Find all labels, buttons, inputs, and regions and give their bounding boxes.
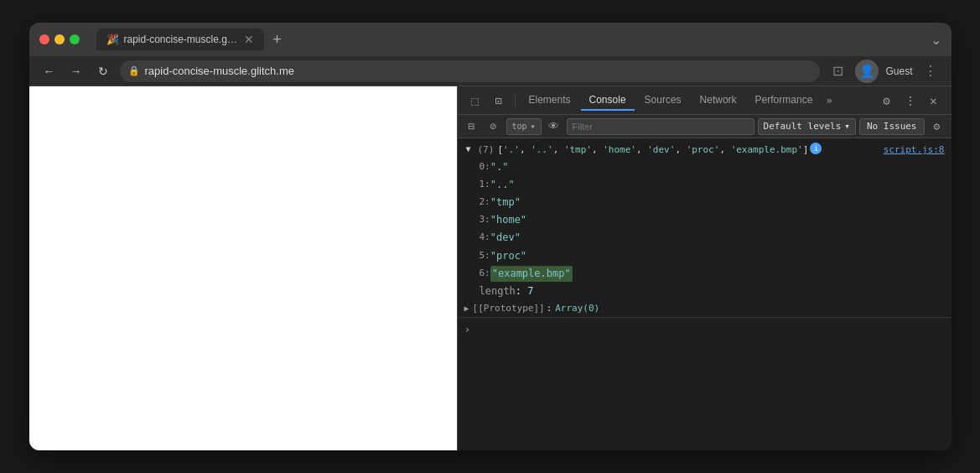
devtools-settings-icon[interactable]: ⚙ [876, 90, 898, 112]
no-issues-button[interactable]: No Issues [859, 118, 925, 135]
item-value-4: "dev" [490, 230, 521, 246]
devtools-toolbar-right: ⚙ ⋮ ✕ [876, 90, 945, 112]
console-clear-icon[interactable]: ⊘ [485, 117, 503, 136]
tab-close-icon[interactable]: ✕ [244, 34, 254, 45]
devtools-device-icon[interactable]: ⊡ [488, 90, 510, 112]
profile-label: Guest [885, 65, 912, 77]
array-item-1: 1: ".." [458, 176, 951, 194]
item-index-5: 5: [466, 248, 490, 263]
toolbar-separator [515, 93, 516, 108]
tab-favicon-icon: 🎉 [106, 34, 119, 45]
close-traffic-light[interactable] [39, 34, 49, 44]
main-area: ⬚ ⊡ Elements Console Sources Network Per… [29, 86, 951, 450]
tab-label: rapid-concise-muscle.glitch.m... [124, 34, 239, 45]
tab-elements[interactable]: Elements [521, 91, 579, 111]
info-badge: i [810, 143, 822, 154]
address-input[interactable]: 🔒 rapid-concise-muscle.glitch.me [120, 60, 821, 82]
devtools-more-icon[interactable]: ⋮ [900, 90, 921, 112]
devtools-inspect-icon[interactable]: ⬚ [464, 90, 486, 112]
devtools-panel: ⬚ ⊡ Elements Console Sources Network Per… [457, 86, 951, 450]
array-item-2: 2: "tmp" [458, 194, 951, 211]
address-bar: ← → ↻ 🔒 rapid-concise-muscle.glitch.me ⊡… [29, 56, 951, 86]
url-text: rapid-concise-muscle.glitch.me [145, 65, 812, 77]
new-tab-button[interactable]: + [267, 29, 288, 49]
array-items-summary: ['.', '..', 'tmp', 'home', 'dev', 'proc'… [497, 143, 808, 158]
console-eye-icon[interactable]: 👁 [545, 117, 563, 136]
item-value-6: "example.bmp" [490, 266, 573, 282]
tab-sources[interactable]: Sources [636, 91, 690, 111]
item-index-3: 3: [466, 212, 490, 227]
context-selector[interactable]: top ▾ [506, 118, 542, 135]
window-controls: ⌄ [931, 32, 941, 48]
forward-button[interactable]: → [66, 61, 86, 81]
array-item-4: 4: "dev" [458, 229, 951, 247]
no-issues-label: No Issues [867, 121, 917, 132]
lock-icon: 🔒 [128, 65, 140, 76]
prototype-line: ▶ [[Prototype]] : Array(0) [458, 300, 951, 317]
array-item-6: 6: "example.bmp" [458, 265, 951, 283]
length-label: length: 7 [466, 283, 534, 299]
array-item-3: 3: "home" [458, 211, 951, 229]
console-filter-input[interactable] [567, 118, 754, 135]
profile-avatar[interactable]: 👤 [855, 60, 879, 83]
maximize-traffic-light[interactable] [70, 34, 80, 44]
console-toolbar: ⊟ ⊘ top ▾ 👁 Default levels ▾ No Issues ⚙ [458, 115, 951, 138]
log-level-arrow: ▾ [844, 121, 850, 132]
item-value-2: "tmp" [490, 195, 521, 211]
browser-window: 🎉 rapid-concise-muscle.glitch.m... ✕ + ⌄… [29, 23, 951, 450]
script-reference[interactable]: script.js:8 [884, 143, 945, 158]
array-length-line: length: 7 [458, 283, 951, 300]
array-count: (7) [478, 143, 495, 158]
prototype-value: Array(0) [555, 301, 599, 316]
tab-performance[interactable]: Performance [747, 91, 822, 111]
item-index-0: 0: [466, 159, 490, 174]
console-settings-icon[interactable]: ⚙ [928, 117, 946, 136]
minimize-traffic-light[interactable] [54, 34, 65, 44]
tabs-area: 🎉 rapid-concise-muscle.glitch.m... ✕ + [96, 29, 924, 50]
array-item-0: 0: "." [458, 159, 951, 176]
page-content [29, 86, 457, 450]
item-index-2: 2: [466, 195, 490, 210]
log-level-selector[interactable]: Default levels ▾ [758, 118, 856, 135]
tab-network[interactable]: Network [692, 91, 745, 111]
refresh-button[interactable]: ↻ [93, 61, 113, 81]
context-selector-arrow: ▾ [531, 122, 536, 131]
traffic-lights [39, 34, 80, 44]
console-sidebar-icon[interactable]: ⊟ [463, 117, 481, 136]
prompt-arrow-icon: › [464, 321, 471, 339]
browser-menu-icon[interactable]: ⋮ [920, 60, 941, 82]
more-tabs-icon[interactable]: » [822, 94, 836, 107]
array-item-5: 5: "proc" [458, 247, 951, 265]
devtools-close-icon[interactable]: ✕ [923, 90, 945, 112]
item-index-1: 1: [466, 177, 490, 192]
prototype-expand-icon[interactable]: ▶ [464, 302, 469, 315]
item-value-0: "." [490, 159, 509, 175]
console-prompt: › [458, 317, 951, 342]
context-selector-label: top [512, 122, 527, 131]
item-value-5: "proc" [490, 248, 526, 264]
devtools-toolbar: ⬚ ⊡ Elements Console Sources Network Per… [458, 86, 951, 115]
console-output: ▼ (7) ['.', '..', 'tmp', 'home', 'dev', … [458, 138, 951, 450]
item-index-6: 6: [466, 266, 490, 281]
item-value-1: ".." [490, 177, 515, 193]
back-button[interactable]: ← [39, 61, 60, 81]
item-index-4: 4: [466, 230, 490, 245]
prototype-label: [[Prototype]] [473, 301, 545, 316]
console-array-line: ▼ (7) ['.', '..', 'tmp', 'home', 'dev', … [458, 142, 951, 159]
bookmark-icon[interactable]: ⊡ [827, 60, 848, 82]
title-bar: 🎉 rapid-concise-muscle.glitch.m... ✕ + ⌄ [29, 23, 951, 56]
tab-console[interactable]: Console [581, 91, 635, 111]
log-level-label: Default levels [764, 121, 842, 132]
expand-icon[interactable]: ▼ [466, 143, 474, 156]
address-bar-actions: ⊡ 👤 Guest ⋮ [827, 60, 941, 83]
active-tab[interactable]: 🎉 rapid-concise-muscle.glitch.m... ✕ [96, 29, 264, 50]
item-value-3: "home" [490, 212, 526, 228]
